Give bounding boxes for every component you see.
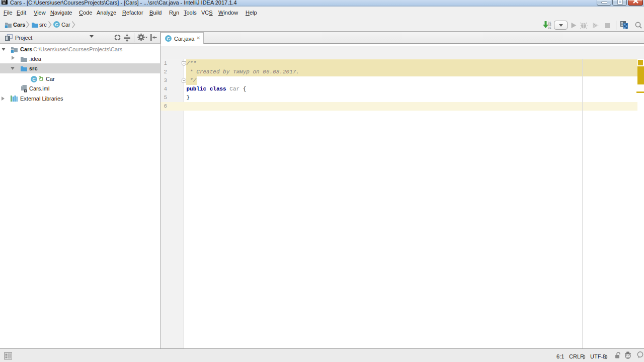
svg-text:C: C bbox=[167, 36, 170, 41]
svg-text:01: 01 bbox=[548, 26, 551, 29]
svg-text:C: C bbox=[55, 22, 58, 27]
svg-text:C: C bbox=[32, 77, 36, 82]
